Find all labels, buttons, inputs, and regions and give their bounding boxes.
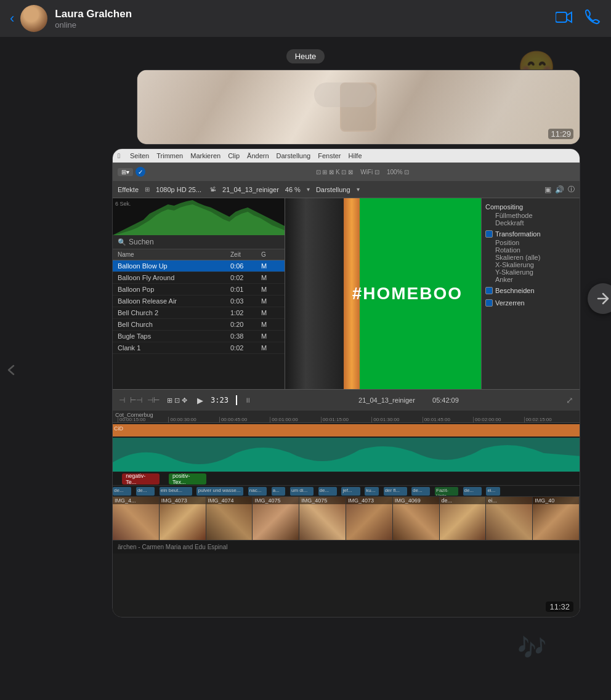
effect-flag-2: M [261,286,280,293]
toolbar-check-icon: ✓ [136,167,145,177]
video-call-icon[interactable] [556,10,573,27]
menu-aendern[interactable]: Ändern [247,152,269,159]
caption-8: jef... [341,487,360,496]
film-frame-6: IMG_4069 [393,497,440,540]
darst-dropdown[interactable]: ▾ [357,186,360,193]
cursor-icon[interactable]: ⊞ [167,396,172,404]
pause-btn[interactable]: ⏸ [245,396,251,404]
caption-9: ku... [365,487,379,496]
contact-name: Laura Gralchen [55,8,556,20]
caption-6: um di... [290,487,314,496]
apple-menu[interactable]:  [118,152,120,159]
effect-flag-1: M [261,274,280,281]
crop-label: Beschneiden [495,287,535,294]
clip-start-btn[interactable]: ⊢⊣ [130,396,142,404]
position-label: Position [485,239,576,246]
back-button[interactable]: ‹ [10,10,14,26]
ruler-mark-6: 00:01:30:00 [371,417,422,422]
effect-item-6[interactable]: Bugle Taps 0:38 M [113,331,285,342]
effect-time-4: 1:02 [230,309,261,316]
caption-10: der fl... [384,487,407,496]
caption-12: Fazit-Unte... [435,487,458,496]
distort-label: Verzerren [495,299,525,307]
clip-end-btn[interactable]: ⊣⊢ [147,396,160,404]
menu-hilfe[interactable]: Hilfe [349,152,362,159]
effect-item-4[interactable]: Bell Church 2 1:02 M [113,307,285,319]
date-badge: Heute [6,49,605,63]
toolbar-wifi: WiFi ⊡ [360,169,379,175]
distort-checkbox[interactable] [485,299,493,307]
hand-icon[interactable]: ✥ [182,396,187,404]
col-name-header: Name [118,251,230,258]
expand-btn[interactable]: ⤢ [566,395,573,405]
menu-darstellung[interactable]: Darstellung [277,152,311,159]
crop-checkbox[interactable] [485,287,493,294]
message-2-timestamp: 11:32 [546,601,573,612]
search-placeholder-text[interactable]: Suchen [129,238,154,246]
search-icon: 🔍 [118,238,126,246]
film-frame-4: IMG_4075 [299,497,346,540]
playback-filename: 21_04_13_reiniger 05:42:09 [256,396,561,404]
avatar [20,5,47,32]
playback-bar: ⊣ ⊢⊣ ⊣⊢ ⊞ ⊡ ✥ ▶ 3:23 ⏸ 21_04_13_ [113,389,580,411]
toolbar-resolution: 1080p HD 25... [156,186,201,193]
effect-item-3[interactable]: Balloon Release Air 0:03 M [113,296,285,307]
opacity-label: Deckkraft [485,219,576,227]
film-label-5: IMG_4073 [346,497,392,504]
mac-menubar:  Seiten Trimmen Markieren Clip Ändern D… [113,149,580,163]
effect-item-2[interactable]: Balloon Pop 0:01 M [113,284,285,296]
prev-frame-btn[interactable]: ⊣ [119,396,125,404]
text-tracks: negativ-Te... positiv-Tex... [113,472,580,486]
caption-7: de... [318,487,337,496]
track-label-text: Cot_Cornerbug [115,412,153,418]
effect-item-7[interactable]: Clank 1 0:02 M [113,342,285,354]
preview-content: #HOMEBOO [285,198,481,389]
menu-fenster[interactable]: Fenster [318,152,341,159]
caption-3: pulver und wasse... [196,487,243,496]
effects-label: Effekte [118,186,139,193]
message-2-bubble[interactable]:  Seiten Trimmen Markieren Clip Ändern D… [112,148,580,618]
anchor-label: Anker [485,276,576,283]
menu-seiten[interactable]: Seiten [130,152,149,159]
menu-clip[interactable]: Clip [228,152,240,159]
toolbar-view-btn[interactable]: ⊞▾ [118,168,133,176]
text-clip-positiv: positiv-Tex... [169,473,206,485]
project-toolbar: Effekte ⊞ 1080p HD 25... 📽 21_04_13_rein… [113,181,580,198]
effect-name-2: Balloon Pop [118,286,230,293]
transformation-label: Transformation [495,230,541,238]
toolbar-filter-icon[interactable]: ▣ [544,185,551,194]
ruler-mark-9: 00:02:15:00 [524,417,575,422]
audio-track-orange: CiD [113,424,580,436]
toolbar-vol-icon[interactable]: 🔊 [555,185,564,194]
blade-icon[interactable]: ⊡ [174,396,180,404]
toolbar-info-icon[interactable]: ⓘ [568,185,575,194]
effect-flag-7: M [261,344,280,352]
toolbar-pct: 100% ⊡ [387,169,409,175]
effect-time-0: 0:06 [230,262,261,270]
caption-11: de... [411,487,430,496]
menu-markieren[interactable]: Markieren [190,152,221,159]
phone-call-icon[interactable] [585,9,601,28]
transform-checkbox[interactable] [485,230,493,238]
tape-icon: 📽 [210,186,216,193]
zoom-dropdown[interactable]: ▾ [307,186,310,193]
svg-rect-0 [556,12,567,22]
darstellung-label[interactable]: Darstellung [316,186,350,193]
back-arrow-left[interactable] [5,363,16,380]
caption-2: ein beut... [160,487,192,496]
effect-time-2: 0:01 [230,286,261,293]
y-scale-label: Y-Skalierung [485,268,576,276]
effect-name-0: Balloon Blow Up [118,262,230,270]
caption-0: de... [113,487,131,496]
effect-item-0[interactable]: Balloon Blow Up 0:06 M [113,260,285,272]
effect-item-5[interactable]: Bell Church 0:20 M [113,319,285,331]
effect-item-1[interactable]: Balloon Fly Around 0:02 M [113,272,285,284]
filmstrip: IMG_4... IMG_4073 IMG_4074 [113,497,580,540]
menu-trimmen[interactable]: Trimmen [156,152,183,159]
play-button[interactable]: ▶ [197,396,203,405]
effect-name-7: Clank 1 [118,344,230,352]
playback-icons: ⊞ ⊡ ✥ [167,396,187,404]
film-label-3: IMG_4075 [253,497,299,504]
film-frame-8: ei... [486,497,533,540]
message-1-bubble[interactable]: 11:29 [137,70,580,145]
